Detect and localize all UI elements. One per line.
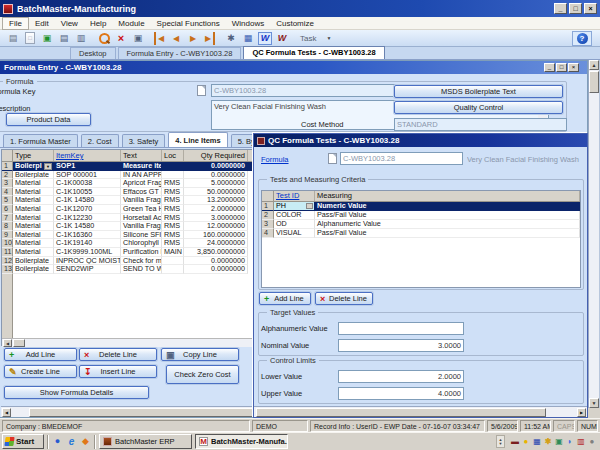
product-data-button[interactable]: Product Data [6, 113, 91, 126]
table-row[interactable]: 12 Boilerplate▼ INPROC QC MOISTU... Chec… [2, 257, 253, 266]
text-cell[interactable]: Chlorophyll [121, 239, 162, 248]
print-icon[interactable]: ▥ [74, 32, 88, 45]
text-cell[interactable]: Measure item... [121, 162, 162, 171]
table-row[interactable]: 4 Material▼ C-1K10055 Effacos GT (... RM… [2, 188, 253, 197]
type-cell[interactable]: Boilerplate▼ [13, 171, 54, 180]
alphanumeric-value-field[interactable] [338, 322, 464, 335]
tray-icon[interactable]: ▥ [576, 436, 586, 447]
delete-line-button[interactable]: ×Delete Line [79, 348, 157, 361]
loc-cell[interactable]: RMS [162, 196, 184, 205]
word-export-icon[interactable]: W [258, 32, 272, 45]
check-zero-cost-button[interactable]: Check Zero Cost [166, 365, 239, 384]
type-cell[interactable]: Boilerplate▼ [13, 257, 54, 266]
qty-cell[interactable]: 50.0000000 [184, 188, 248, 197]
text-cell[interactable]: Horsetail Acti... [121, 214, 162, 223]
quicklaunch-icon[interactable]: e [66, 436, 77, 447]
workspace-tab[interactable]: Formula Entry - C-WBY1003.28 [118, 47, 242, 59]
formula-entry-titlebar[interactable]: Formula Entry - C-WBY1003.28 [0, 61, 587, 74]
start-button[interactable]: Start [2, 434, 44, 449]
document-icon[interactable] [328, 153, 337, 164]
table-row[interactable]: 3 OD Alphanumeric Value [262, 220, 580, 229]
qc-delete-line-button[interactable]: ×Delete Line [315, 292, 373, 305]
qc-horizontal-scrollbar[interactable]: ▶ [254, 406, 587, 417]
testid-cell[interactable]: VISUAL [274, 229, 315, 238]
settings-icon[interactable]: ✱ [224, 32, 238, 45]
table-row[interactable]: 9 Material▼ C-1K16360 Silicone SFI 1... … [2, 231, 253, 240]
workspace-tab[interactable]: Desktop [70, 47, 116, 59]
table-row[interactable]: 2 COLOR Pass/Fail Value [262, 211, 580, 220]
column-header-testid[interactable]: Test ID [274, 191, 315, 201]
itemkey-cell[interactable]: C-1K12070 [54, 205, 121, 214]
type-cell[interactable]: Boilerplate▼ [13, 265, 54, 274]
type-cell[interactable]: Material▼ [13, 231, 54, 240]
restore-button[interactable]: □ [569, 3, 582, 14]
tray-icon[interactable]: ✱ [543, 436, 553, 447]
qty-cell[interactable]: 160.0000000 [184, 231, 248, 240]
itemkey-cell[interactable]: INPROC QC MOISTU... [54, 257, 121, 266]
qc-add-line-button[interactable]: +Add Line [259, 292, 311, 305]
loc-cell[interactable]: RMS [162, 188, 184, 197]
column-header-type[interactable]: Type [13, 150, 54, 161]
document-icon[interactable] [197, 85, 206, 96]
qc-formula-key-field[interactable]: C-WBY1003.28 [340, 152, 463, 165]
itemkey-cell[interactable]: C-1K00038 [54, 179, 121, 188]
child-close-button[interactable]: × [568, 63, 579, 72]
table-row[interactable]: 8 Material▼ C-1K 14580 Vanilla Frag. RMS… [2, 222, 253, 231]
itemkey-cell[interactable]: C-1K12230 [54, 214, 121, 223]
table-row[interactable]: 1 Boilerpl▼ SOP1 Measure item... 0.00000… [2, 162, 253, 171]
quicklaunch-icon[interactable]: ◆ [80, 436, 91, 447]
itemkey-cell[interactable]: C-1K9999.100ML [54, 248, 121, 257]
workspace-tab[interactable]: QC Formula Tests - C-WBY1003.28 [243, 46, 384, 59]
formula-tab[interactable]: 3. Safety [122, 134, 166, 147]
delete-icon[interactable]: × [114, 32, 128, 45]
text-cell[interactable]: Green Tea H... [121, 205, 162, 214]
upper-value-field[interactable]: 4.0000 [338, 387, 464, 400]
table-row[interactable]: 1 PH Numeric Value [262, 202, 580, 211]
tray-icon[interactable]: ● [521, 436, 531, 447]
testid-cell[interactable]: PH [274, 202, 315, 211]
text-cell[interactable]: Check for moi... [121, 257, 162, 266]
copy-icon[interactable]: ▣ [131, 32, 145, 45]
taskbar-task-button[interactable]: BatchMaster ERP [99, 434, 192, 449]
scrollbar-thumb[interactable] [589, 71, 599, 93]
loc-cell[interactable]: MAIN [162, 248, 184, 257]
qty-cell[interactable]: 0.0000000 [184, 171, 248, 180]
formula-tab[interactable]: 1. Formula Master [3, 134, 78, 147]
column-header-loc[interactable]: Loc [162, 150, 184, 161]
itemkey-cell[interactable]: SEND2WIP [54, 265, 121, 274]
scroll-left-icon[interactable]: ◀ [3, 339, 12, 347]
nominal-value-field[interactable]: 3.0000 [338, 339, 464, 352]
loc-cell[interactable] [162, 257, 184, 266]
column-header-text[interactable]: Text [121, 150, 162, 161]
type-cell[interactable]: Boilerpl▼ [13, 162, 54, 171]
text-cell[interactable]: Apricot Frag. ... [121, 179, 162, 188]
measuring-cell[interactable]: Alphanumeric Value [315, 220, 580, 229]
loc-cell[interactable]: RMS [162, 222, 184, 231]
child-minimize-button[interactable]: _ [544, 63, 555, 72]
column-header-qty[interactable]: Qty Required [184, 150, 248, 161]
show-formula-details-button[interactable]: Show Formula Details [4, 386, 149, 399]
grid-horizontal-scrollbar[interactable]: ◀ [2, 338, 253, 347]
type-cell[interactable]: Material▼ [13, 222, 54, 231]
menu-item[interactable]: File [2, 17, 29, 30]
tray-icon[interactable]: ▬ [510, 436, 520, 447]
column-header-itemkey[interactable]: ItemKey [54, 150, 121, 161]
new-document-icon[interactable]: □ [25, 32, 35, 44]
menu-item[interactable]: Special Functions [151, 18, 226, 29]
next-record-icon[interactable]: ▶ [186, 32, 200, 45]
table-row[interactable]: 2 Boilerplate▼ SOP 000001 IN AN APPR... … [2, 171, 253, 180]
loc-cell[interactable] [162, 265, 184, 274]
qty-cell[interactable]: 0.0000000 [184, 162, 248, 171]
table-row[interactable]: 4 VISUAL Pass/Fail Value [262, 229, 580, 238]
menu-item[interactable]: Customize [270, 18, 320, 29]
qty-cell[interactable]: 24.0000000 [184, 239, 248, 248]
previous-record-icon[interactable]: ◀ [169, 32, 183, 45]
child-restore-button[interactable]: □ [556, 63, 567, 72]
taskbar-task-button[interactable]: MBatchMaster-Manufa... [195, 434, 288, 449]
lower-value-field[interactable]: 2.0000 [338, 370, 464, 383]
formula-link[interactable]: Formula [261, 155, 289, 164]
column-header-measuring[interactable]: Measuring [315, 191, 580, 201]
measuring-cell[interactable]: Numeric Value [315, 202, 580, 211]
close-button[interactable]: × [584, 3, 597, 14]
qty-cell[interactable]: 0.0000000 [184, 257, 248, 266]
